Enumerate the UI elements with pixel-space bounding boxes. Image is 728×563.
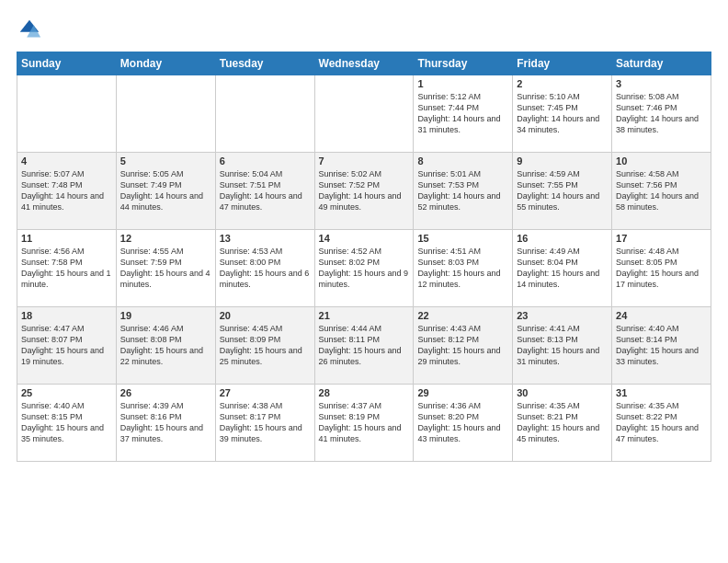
table-row: 17Sunrise: 4:48 AM Sunset: 8:05 PM Dayli… [612, 230, 711, 307]
calendar-week-row: 4Sunrise: 5:07 AM Sunset: 7:48 PM Daylig… [17, 153, 711, 230]
day-info: Sunrise: 4:35 AM Sunset: 8:21 PM Dayligh… [517, 400, 608, 445]
day-info: Sunrise: 4:48 AM Sunset: 8:05 PM Dayligh… [616, 246, 707, 291]
day-number: 31 [616, 387, 707, 398]
table-row: 21Sunrise: 4:44 AM Sunset: 8:11 PM Dayli… [314, 307, 414, 385]
table-row: 28Sunrise: 4:37 AM Sunset: 8:19 PM Dayli… [314, 385, 414, 462]
table-row [314, 75, 414, 153]
col-tuesday: Tuesday [215, 52, 314, 75]
calendar-table: Sunday Monday Tuesday Wednesday Thursday… [17, 52, 711, 462]
day-number: 24 [616, 310, 707, 321]
day-number: 21 [319, 310, 410, 321]
day-info: Sunrise: 4:51 AM Sunset: 8:03 PM Dayligh… [417, 246, 508, 291]
table-row: 5Sunrise: 5:05 AM Sunset: 7:49 PM Daylig… [116, 153, 215, 230]
day-info: Sunrise: 4:49 AM Sunset: 8:04 PM Dayligh… [517, 246, 608, 291]
col-friday: Friday [513, 52, 612, 75]
day-info: Sunrise: 4:47 AM Sunset: 8:07 PM Dayligh… [21, 323, 112, 368]
day-info: Sunrise: 5:10 AM Sunset: 7:45 PM Dayligh… [517, 91, 608, 136]
day-number: 7 [319, 155, 410, 167]
col-monday: Monday [116, 52, 215, 75]
table-row [116, 75, 215, 153]
day-info: Sunrise: 4:59 AM Sunset: 7:55 PM Dayligh… [517, 168, 608, 213]
day-number: 28 [319, 387, 410, 398]
table-row: 10Sunrise: 4:58 AM Sunset: 7:56 PM Dayli… [612, 153, 711, 230]
day-number: 14 [319, 233, 410, 244]
calendar-week-row: 18Sunrise: 4:47 AM Sunset: 8:07 PM Dayli… [17, 307, 711, 385]
day-info: Sunrise: 4:37 AM Sunset: 8:19 PM Dayligh… [319, 400, 410, 445]
day-number: 17 [616, 233, 707, 244]
day-number: 13 [220, 233, 311, 244]
day-info: Sunrise: 5:04 AM Sunset: 7:51 PM Dayligh… [220, 168, 311, 213]
table-row: 23Sunrise: 4:41 AM Sunset: 8:13 PM Dayli… [513, 307, 612, 385]
day-number: 30 [517, 387, 608, 398]
day-number: 11 [21, 233, 112, 244]
day-info: Sunrise: 4:36 AM Sunset: 8:20 PM Dayligh… [417, 400, 508, 445]
day-number: 6 [220, 155, 311, 167]
day-number: 10 [616, 155, 707, 167]
day-number: 19 [120, 310, 211, 321]
day-info: Sunrise: 4:45 AM Sunset: 8:09 PM Dayligh… [220, 323, 311, 368]
table-row: 1Sunrise: 5:12 AM Sunset: 7:44 PM Daylig… [414, 75, 513, 153]
table-row: 20Sunrise: 4:45 AM Sunset: 8:09 PM Dayli… [215, 307, 314, 385]
day-number: 1 [417, 78, 508, 89]
day-info: Sunrise: 5:12 AM Sunset: 7:44 PM Dayligh… [417, 91, 508, 136]
page: Sunday Monday Tuesday Wednesday Thursday… [0, 0, 728, 563]
table-row: 18Sunrise: 4:47 AM Sunset: 8:07 PM Dayli… [17, 307, 117, 385]
table-row: 11Sunrise: 4:56 AM Sunset: 7:58 PM Dayli… [17, 230, 117, 307]
col-saturday: Saturday [612, 52, 711, 75]
day-info: Sunrise: 4:40 AM Sunset: 8:14 PM Dayligh… [616, 323, 707, 368]
calendar-week-row: 11Sunrise: 4:56 AM Sunset: 7:58 PM Dayli… [17, 230, 711, 307]
table-row: 13Sunrise: 4:53 AM Sunset: 8:00 PM Dayli… [215, 230, 314, 307]
header [17, 17, 711, 42]
table-row: 2Sunrise: 5:10 AM Sunset: 7:45 PM Daylig… [513, 75, 612, 153]
table-row: 12Sunrise: 4:55 AM Sunset: 7:59 PM Dayli… [116, 230, 215, 307]
day-info: Sunrise: 5:01 AM Sunset: 7:53 PM Dayligh… [417, 168, 508, 213]
table-row: 3Sunrise: 5:08 AM Sunset: 7:46 PM Daylig… [612, 75, 711, 153]
table-row: 8Sunrise: 5:01 AM Sunset: 7:53 PM Daylig… [414, 153, 513, 230]
table-row: 24Sunrise: 4:40 AM Sunset: 8:14 PM Dayli… [612, 307, 711, 385]
table-row: 14Sunrise: 4:52 AM Sunset: 8:02 PM Dayli… [314, 230, 414, 307]
table-row: 6Sunrise: 5:04 AM Sunset: 7:51 PM Daylig… [215, 153, 314, 230]
day-number: 12 [120, 233, 211, 244]
table-row: 19Sunrise: 4:46 AM Sunset: 8:08 PM Dayli… [116, 307, 215, 385]
day-info: Sunrise: 5:07 AM Sunset: 7:48 PM Dayligh… [21, 168, 112, 213]
logo [17, 17, 46, 42]
table-row: 29Sunrise: 4:36 AM Sunset: 8:20 PM Dayli… [414, 385, 513, 462]
table-row: 25Sunrise: 4:40 AM Sunset: 8:15 PM Dayli… [17, 385, 117, 462]
col-thursday: Thursday [414, 52, 513, 75]
table-row [17, 75, 117, 153]
day-info: Sunrise: 4:53 AM Sunset: 8:00 PM Dayligh… [220, 246, 311, 291]
day-info: Sunrise: 4:39 AM Sunset: 8:16 PM Dayligh… [120, 400, 211, 445]
day-info: Sunrise: 4:38 AM Sunset: 8:17 PM Dayligh… [220, 400, 311, 445]
day-number: 27 [220, 387, 311, 398]
day-info: Sunrise: 4:41 AM Sunset: 8:13 PM Dayligh… [517, 323, 608, 368]
day-number: 23 [517, 310, 608, 321]
table-row [215, 75, 314, 153]
day-number: 4 [21, 155, 112, 167]
logo-icon [17, 17, 42, 42]
day-info: Sunrise: 5:08 AM Sunset: 7:46 PM Dayligh… [616, 91, 707, 136]
calendar-week-row: 25Sunrise: 4:40 AM Sunset: 8:15 PM Dayli… [17, 385, 711, 462]
table-row: 4Sunrise: 5:07 AM Sunset: 7:48 PM Daylig… [17, 153, 117, 230]
table-row: 15Sunrise: 4:51 AM Sunset: 8:03 PM Dayli… [414, 230, 513, 307]
day-number: 5 [120, 155, 211, 167]
day-info: Sunrise: 4:44 AM Sunset: 8:11 PM Dayligh… [319, 323, 410, 368]
day-number: 8 [417, 155, 508, 167]
day-number: 20 [220, 310, 311, 321]
calendar-week-row: 1Sunrise: 5:12 AM Sunset: 7:44 PM Daylig… [17, 75, 711, 153]
day-info: Sunrise: 4:52 AM Sunset: 8:02 PM Dayligh… [319, 246, 410, 291]
table-row: 26Sunrise: 4:39 AM Sunset: 8:16 PM Dayli… [116, 385, 215, 462]
table-row: 30Sunrise: 4:35 AM Sunset: 8:21 PM Dayli… [513, 385, 612, 462]
day-info: Sunrise: 4:43 AM Sunset: 8:12 PM Dayligh… [417, 323, 508, 368]
day-info: Sunrise: 5:02 AM Sunset: 7:52 PM Dayligh… [319, 168, 410, 213]
day-info: Sunrise: 4:35 AM Sunset: 8:22 PM Dayligh… [616, 400, 707, 445]
day-number: 22 [417, 310, 508, 321]
day-info: Sunrise: 5:05 AM Sunset: 7:49 PM Dayligh… [120, 168, 211, 213]
day-number: 16 [517, 233, 608, 244]
table-row: 7Sunrise: 5:02 AM Sunset: 7:52 PM Daylig… [314, 153, 414, 230]
day-number: 18 [21, 310, 112, 321]
day-number: 3 [616, 78, 707, 89]
day-number: 9 [517, 155, 608, 167]
col-wednesday: Wednesday [314, 52, 414, 75]
day-info: Sunrise: 4:55 AM Sunset: 7:59 PM Dayligh… [120, 246, 211, 291]
calendar-header-row: Sunday Monday Tuesday Wednesday Thursday… [17, 52, 711, 75]
